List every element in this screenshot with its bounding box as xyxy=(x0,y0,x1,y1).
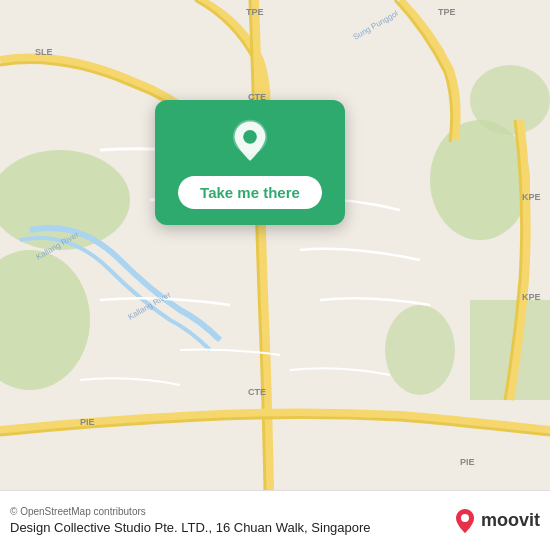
svg-point-4 xyxy=(470,65,550,135)
action-card: Take me there xyxy=(155,100,345,225)
copyright-text: © OpenStreetMap contributors xyxy=(10,506,453,517)
svg-text:TPE: TPE xyxy=(246,7,264,17)
svg-point-3 xyxy=(430,120,530,240)
svg-text:TPE: TPE xyxy=(438,7,456,17)
moovit-pin-icon xyxy=(453,507,477,535)
svg-text:KPE: KPE xyxy=(522,192,541,202)
svg-point-21 xyxy=(461,514,469,522)
svg-point-5 xyxy=(385,305,455,395)
moovit-logo: moovit xyxy=(453,507,540,535)
svg-text:CTE: CTE xyxy=(248,387,266,397)
location-name-text: Design Collective Studio Pte. LTD., 16 C… xyxy=(10,520,453,535)
footer-text: © OpenStreetMap contributors Design Coll… xyxy=(10,506,453,535)
footer: © OpenStreetMap contributors Design Coll… xyxy=(0,490,550,550)
svg-text:SLE: SLE xyxy=(35,47,53,57)
svg-text:PIE: PIE xyxy=(460,457,475,467)
svg-point-20 xyxy=(243,130,257,144)
svg-text:PIE: PIE xyxy=(80,417,95,427)
moovit-brand-name: moovit xyxy=(481,510,540,531)
take-me-there-button[interactable]: Take me there xyxy=(178,176,322,209)
svg-text:KPE: KPE xyxy=(522,292,541,302)
map-view: SLE TPE TPE KPE KPE CTE CTE PIE PIE Sung… xyxy=(0,0,550,490)
location-pin-icon xyxy=(226,118,274,166)
